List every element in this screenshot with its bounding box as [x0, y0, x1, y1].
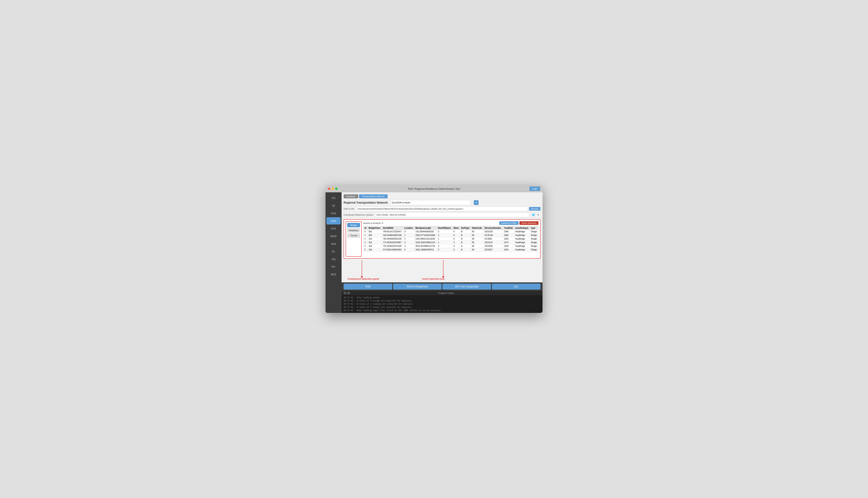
table-cell-StructureNumber: 33C0230 [483, 230, 503, 234]
dropdown-value: GeoJSON to Asset [391, 201, 410, 204]
sidebar-item-label-viz: VIZ [332, 197, 336, 199]
path-input[interactable] [356, 206, 528, 211]
component-roadway-button[interactable]: Roadway [347, 228, 360, 233]
crs-row: Coordinate Reference System: 🌐 ↻ [344, 212, 540, 217]
table-cell-MaxSpanLength: 1255.9055118110236 [414, 237, 437, 241]
panel-header: Regional Transportation Network GeoJSON … [344, 200, 540, 205]
table-row[interactable]: 0502708.66141732283470732.28346456692923… [363, 230, 538, 234]
get-designsafe-button[interactable]: GET from DesignSafe [442, 284, 491, 290]
output-title: Program Output [352, 292, 540, 294]
login-button[interactable]: Login [530, 186, 540, 191]
table-cell-StructureNumber: 33 0086 [483, 237, 503, 241]
assets-analyze-row: Assets to Analyze: 0 Advanced Filter Cle… [363, 221, 538, 225]
asset-right-panel: Assets to Analyze: 0 Advanced Filter Cle… [363, 221, 538, 257]
table-row[interactable]: 2316783.464566929133921255.9055118110236… [363, 237, 538, 241]
col-header-structurenumber: StructureNumber [483, 226, 503, 230]
sidebar-item-asd[interactable]: ASD [326, 217, 340, 224]
sidebar-item-hta[interactable]: HTA [326, 225, 340, 232]
table-cell-type: Bridge [530, 248, 538, 252]
close-icon[interactable] [328, 187, 330, 190]
table-row[interactable]: 3316771.653543307086731535.4330708661419… [363, 241, 538, 244]
output-ctrl-2[interactable] [347, 292, 350, 294]
table-cell-StateCode: 06 [471, 234, 483, 237]
table-cell-YearBuilt: 1974 [503, 241, 514, 244]
table-cell-YearBuilt: 1985 [503, 234, 514, 237]
table-cell-id: 2 [363, 237, 368, 241]
minimize-icon[interactable] [332, 187, 334, 190]
crs-refresh-icon[interactable]: ↻ [536, 213, 540, 217]
table-row[interactable]: 1605440.944881889763811582.6771653543308… [363, 234, 538, 237]
browse-button[interactable]: Browse [529, 207, 540, 211]
sidebar-item-mod[interactable]: MOD [326, 233, 340, 240]
app-window: R2D: Regional Resilience Determination T… [325, 185, 543, 313]
table-cell-Skew: 0 [453, 244, 460, 248]
table-cell-DeckWidth: 440.9448818897638 [382, 234, 403, 237]
log-line: 09:37:41 - Done loading assets [344, 296, 540, 299]
sidebar-item-label-mod: MOD [331, 235, 336, 238]
tab-buildings[interactable]: Buildings [344, 194, 358, 198]
asset-data-table: id BridgeClass DeckWidth Location MaxSpa… [363, 226, 538, 252]
sidebar-item-rv[interactable]: RV [326, 263, 340, 270]
output-ctrl-1[interactable] [344, 292, 346, 294]
sidebar-item-uq[interactable]: UQ [326, 255, 340, 263]
exit-button[interactable]: Exit [492, 284, 540, 290]
run-designsafe-button[interactable]: RUN at DesignSafe [393, 284, 442, 290]
path-row: Path to file: Browse [344, 206, 540, 211]
table-row[interactable]: 5316574.803149606299353425.1968503937013… [363, 248, 538, 252]
dropdown-arrow-icon[interactable]: ▼ [474, 200, 479, 205]
maximize-icon[interactable] [335, 187, 337, 190]
component-tunnel-button[interactable]: Tunnel [347, 233, 360, 238]
table-cell-StateCode: 06 [471, 237, 483, 241]
output-area: Program Output 09:37:41 - Done loading a… [342, 291, 543, 313]
table-cell-type: Bridge [530, 237, 538, 241]
table-cell-StateCode: 06 [471, 230, 483, 234]
table-cell-MaxSpanLength: 1535.4330708661419 [414, 241, 437, 244]
table-cell-StateCode: 06 [471, 244, 483, 248]
col-header-statecode: StateCode [471, 226, 483, 230]
sidebar-item-label-asd: ASD [331, 220, 336, 222]
table-cell-assetSubtype: HwyBridge [514, 230, 530, 234]
sidebar-item-ana[interactable]: ANA [326, 240, 340, 247]
table-cell-type: Bridge [530, 230, 538, 234]
table-cell-id: 1 [363, 234, 368, 237]
table-row[interactable]: 4316731.023622047244543543.3070866141734… [363, 244, 538, 248]
tab-transportation[interactable]: Transportation Network [359, 194, 388, 198]
table-cell-Skew: 3 [453, 241, 460, 244]
col-header-soiltype: SoilType [460, 226, 471, 230]
table-cell-Location: 4 [403, 244, 414, 248]
sidebar-item-haz[interactable]: HAZ [326, 210, 340, 217]
crs-input[interactable] [375, 212, 530, 217]
col-header-numofspans: NumOfSpans [437, 226, 453, 230]
sidebar-item-dl[interactable]: DL [326, 248, 340, 255]
table-cell-YearBuilt: 1953 [503, 237, 514, 241]
sidebar-item-res[interactable]: RES [326, 271, 340, 278]
table-cell-NumOfSpans: 3 [437, 234, 453, 237]
table-header: id BridgeClass DeckWidth Location MaxSpa… [363, 226, 538, 230]
table-cell-DeckWidth: 731.0236220472445 [382, 244, 403, 248]
table-cell-StructureNumber: 33C0026 [483, 244, 503, 248]
content-area: Buildings Transportation Network Regiona… [342, 192, 543, 283]
table-cell-DeckWidth: 783.4645669291339 [382, 237, 403, 241]
table-cell-YearBuilt: 1966 [503, 230, 514, 234]
output-controls [344, 292, 350, 294]
col-header-id: id [363, 226, 368, 230]
run-button[interactable]: RUN [344, 284, 392, 290]
table-cell-StructureNumber: 33C0027 [483, 248, 503, 252]
crs-globe-icon[interactable]: 🌐 [531, 213, 535, 217]
table-cell-StateCode: 06 [471, 248, 483, 252]
table-cell-Location: 2 [403, 237, 414, 241]
clear-selection-button[interactable]: Clear Selection [519, 221, 538, 225]
arrow-line-left [362, 260, 362, 276]
sidebar-item-viz[interactable]: VIZ [326, 194, 340, 201]
table-cell-NumOfSpans: 3 [437, 230, 453, 234]
advanced-filter-button[interactable]: Advanced Filter [499, 221, 519, 225]
component-bridge-button[interactable]: Bridge [347, 223, 360, 227]
log-line: 09:37:41 - A total of 1 tunnel are selec… [344, 306, 540, 309]
crs-icons: 🌐 ↻ [531, 213, 540, 217]
table-cell-BridgeClass: 502 [368, 230, 382, 234]
sidebar-item-label-gi: GI [332, 204, 335, 207]
log-line: 09:37:41 - A total of 1 roadway are sele… [344, 302, 540, 306]
sidebar-item-gi[interactable]: GI [326, 202, 340, 209]
path-label: Path to file: [344, 208, 355, 210]
geojson-dropdown[interactable]: GeoJSON to Asset [390, 200, 470, 205]
